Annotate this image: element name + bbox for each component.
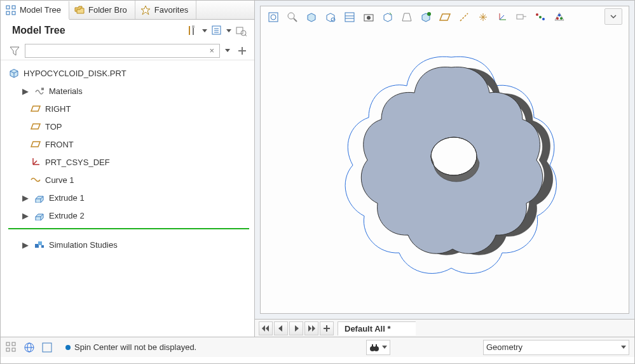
- viewport[interactable]: [260, 6, 629, 314]
- svg-rect-18: [41, 88, 44, 90]
- svg-rect-71: [6, 348, 10, 351]
- capture-icon[interactable]: [360, 9, 378, 25]
- tab-label: Folder Bro: [88, 5, 127, 15]
- csys-display-icon[interactable]: [493, 9, 511, 25]
- folders-icon: [74, 5, 85, 15]
- find-dropdown[interactable]: [366, 340, 390, 355]
- insert-here-line[interactable]: [8, 228, 249, 229]
- svg-rect-33: [345, 13, 354, 22]
- svg-rect-72: [12, 348, 15, 351]
- svg-rect-12: [236, 27, 243, 34]
- filter-icon[interactable]: [8, 44, 21, 58]
- add-view-button[interactable]: [320, 321, 334, 335]
- first-view-button[interactable]: [259, 321, 273, 335]
- selection-filter-dropdown[interactable]: Geometry: [483, 340, 629, 355]
- svg-point-51: [539, 16, 542, 18]
- extrude-icon: [34, 192, 45, 203]
- svg-point-57: [560, 17, 563, 20]
- extrude-icon: [34, 210, 45, 221]
- toolbar-overflow[interactable]: [604, 8, 622, 25]
- svg-marker-19: [31, 106, 40, 111]
- search-input[interactable]: [28, 46, 207, 55]
- tree-root[interactable]: HYPOCYCLOID_DISK.PRT: [3, 64, 254, 82]
- svg-point-78: [374, 346, 379, 351]
- tree-layout-icon[interactable]: [6, 342, 17, 353]
- tree-label: FRONT: [45, 140, 74, 149]
- refit-icon[interactable]: [264, 9, 282, 25]
- tree-csys[interactable]: PRT_CSYS_DEF: [3, 153, 254, 171]
- tree-front-plane[interactable]: FRONT: [3, 135, 254, 153]
- star-icon: [140, 5, 151, 15]
- search-dropdown[interactable]: [224, 44, 231, 58]
- render-quality-icon[interactable]: [550, 9, 568, 25]
- tree-extrude1[interactable]: ▶ Extrude 1: [3, 189, 254, 206]
- plane-display-icon[interactable]: [436, 9, 454, 25]
- datum-display-icon[interactable]: [417, 9, 435, 25]
- svg-point-58: [558, 14, 561, 17]
- view-name: Default All *: [345, 324, 390, 334]
- caret-icon[interactable]: ▶: [21, 240, 30, 249]
- search-row: ×: [1, 41, 254, 60]
- point-display-icon[interactable]: [474, 9, 492, 25]
- zoom-in-icon[interactable]: [283, 9, 301, 25]
- axis-display-icon[interactable]: [455, 9, 473, 25]
- tab-model-tree[interactable]: Model Tree: [1, 1, 69, 20]
- status-message: Spin Center will not be displayed.: [65, 342, 196, 352]
- settings-icon[interactable]: [234, 24, 248, 37]
- caret-icon[interactable]: ▶: [21, 193, 30, 202]
- svg-point-52: [536, 13, 538, 16]
- views-label[interactable]: Default All *: [338, 321, 416, 335]
- svg-rect-49: [517, 15, 523, 19]
- svg-point-53: [542, 18, 545, 20]
- tab-folder-browser[interactable]: Folder Bro: [69, 1, 135, 19]
- web-icon[interactable]: [24, 342, 35, 353]
- tree-curve1[interactable]: Curve 1: [3, 171, 254, 189]
- model-tree-pane: Model Tree Folder Bro Favorites Model Tr…: [1, 1, 255, 337]
- svg-line-31: [294, 18, 297, 22]
- svg-rect-3: [12, 11, 15, 15]
- tree-label: Simulation Studies: [49, 240, 118, 250]
- spin-center-icon[interactable]: [531, 9, 549, 25]
- caret-icon[interactable]: ▶: [21, 211, 30, 220]
- status-bar: Spin Center will not be displayed. Geome…: [1, 337, 634, 357]
- tab-label: Favorites: [154, 5, 188, 15]
- selection-mode-icon[interactable]: [41, 342, 53, 353]
- tab-favorites[interactable]: Favorites: [135, 1, 196, 19]
- tree-right-plane[interactable]: RIGHT: [3, 100, 254, 118]
- add-filter-icon[interactable]: [235, 44, 249, 58]
- prev-view-button[interactable]: [274, 321, 288, 335]
- zoom-box-icon[interactable]: [303, 9, 320, 25]
- svg-point-29: [271, 15, 276, 20]
- tree-extrude2[interactable]: ▶ Extrude 2: [3, 206, 254, 224]
- chevron-down-icon: [382, 346, 387, 349]
- svg-marker-61: [262, 325, 265, 332]
- caret-icon[interactable]: ▶: [21, 86, 30, 95]
- search-box[interactable]: ×: [25, 44, 220, 58]
- named-views-icon[interactable]: [322, 9, 339, 25]
- tree-label: HYPOCYCLOID_DISK.PRT: [24, 69, 126, 78]
- panel-header: Model Tree: [1, 20, 254, 41]
- svg-line-48: [500, 15, 504, 20]
- tree-materials[interactable]: ▶ Materials: [3, 82, 254, 100]
- tools-icon[interactable]: [186, 24, 200, 37]
- chevron-down-icon: [621, 346, 626, 349]
- tree-label: PRT_CSYS_DEF: [45, 158, 110, 167]
- tree-top-plane[interactable]: TOP: [3, 118, 254, 135]
- clear-search-icon[interactable]: ×: [207, 46, 217, 55]
- annotation-display-icon[interactable]: [512, 9, 530, 25]
- viewport-toolbar: [264, 9, 568, 25]
- show-options-icon[interactable]: [210, 24, 224, 37]
- svg-rect-27: [41, 245, 44, 248]
- perspective-icon[interactable]: [398, 9, 416, 25]
- last-view-button[interactable]: [304, 321, 318, 335]
- tools-dropdown[interactable]: [201, 24, 208, 37]
- svg-point-30: [288, 13, 294, 19]
- show-options-dropdown[interactable]: [225, 24, 233, 37]
- display-style-icon[interactable]: [379, 9, 397, 25]
- filter-label: Geometry: [486, 342, 522, 352]
- svg-rect-76: [43, 343, 51, 352]
- view-manager-icon[interactable]: [341, 9, 358, 25]
- tree-simulation[interactable]: ▶ Simulation Studies: [3, 236, 254, 253]
- next-view-button[interactable]: [289, 321, 303, 335]
- svg-line-41: [460, 13, 468, 21]
